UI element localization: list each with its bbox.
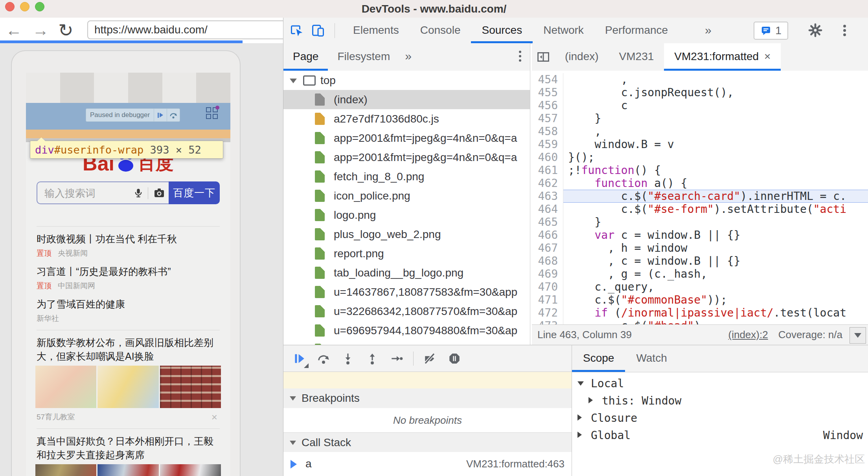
line-number[interactable]: 465: [532, 216, 563, 229]
line-number[interactable]: 460: [532, 151, 563, 164]
devtools-tab-performance[interactable]: Performance: [594, 18, 679, 43]
code-line[interactable]: 465 }: [532, 216, 868, 229]
news-title[interactable]: 习言道丨“历史是最好的教科书”: [37, 265, 220, 278]
editor-tab-vm231-formatted[interactable]: VM231:formatted×: [664, 43, 781, 71]
news-title[interactable]: 新版数学教材公布，画风跟旧版相比差别大，但家长却嘲讽是AI换脸: [37, 336, 220, 363]
statusbar-dropdown-button[interactable]: [850, 327, 866, 344]
breakpoints-section-header[interactable]: Breakpoints: [283, 388, 572, 408]
code-line[interactable]: 471 c.$("#commonBase"));: [532, 293, 868, 306]
line-number[interactable]: 463: [532, 190, 563, 203]
file-tree-item[interactable]: logo.png: [283, 205, 530, 225]
line-number[interactable]: 469: [532, 267, 563, 280]
step-over-button[interactable]: [313, 348, 334, 369]
file-tree-item[interactable]: a27e7df71036d80c.js: [283, 109, 530, 128]
code-editor[interactable]: 454 ,455 c.jsonpRequest(),456 c457 }458 …: [532, 71, 868, 327]
code-line[interactable]: 466 var c = window.B || {}: [532, 229, 868, 242]
news-image[interactable]: [97, 366, 158, 408]
scope-caret-icon[interactable]: [588, 397, 593, 403]
code-line[interactable]: 462 function a() {: [532, 177, 868, 190]
step-button[interactable]: [386, 348, 407, 369]
file-tree-item[interactable]: u=696957944,180794880&fm=30&ap: [283, 321, 530, 340]
baidu-apps-grid-icon[interactable]: [206, 107, 218, 119]
settings-gear-icon[interactable]: [808, 23, 823, 39]
search-input-box[interactable]: [37, 181, 169, 204]
editor-tab--index-[interactable]: (index): [555, 43, 609, 71]
tab-watch[interactable]: Watch: [625, 345, 678, 372]
news-image[interactable]: [35, 366, 96, 408]
navigator-toggle-icon[interactable]: [532, 43, 555, 71]
step-out-button[interactable]: [362, 348, 383, 369]
baidu-search-button[interactable]: 百度一下: [169, 181, 220, 204]
camera-search-icon[interactable]: [154, 188, 165, 200]
scope-row-global[interactable]: GlobalWindow: [572, 427, 868, 444]
back-icon[interactable]: ←: [6, 21, 22, 40]
file-tree-item[interactable]: u=322686342,180877570&fm=30&ap: [283, 302, 530, 321]
news-image[interactable]: [35, 464, 96, 476]
file-tree-item[interactable]: fetch_ing_8_0.png: [283, 167, 530, 186]
step-into-button[interactable]: [338, 348, 358, 369]
line-number[interactable]: 458: [532, 125, 563, 138]
console-messages-badge[interactable]: 1: [754, 22, 788, 40]
line-number[interactable]: 471: [532, 293, 563, 306]
news-image[interactable]: [160, 366, 221, 408]
news-title[interactable]: 为了雪域百姓的健康: [37, 297, 220, 311]
deactivate-breakpoints-button[interactable]: [420, 348, 440, 369]
expand-caret-icon[interactable]: [290, 79, 297, 83]
frame-location[interactable]: VM231:formatted:463: [466, 452, 565, 476]
search-input[interactable]: [44, 182, 124, 204]
news-title[interactable]: 时政微视频丨功在当代 利在千秋: [37, 232, 220, 246]
tab-page[interactable]: Page: [283, 43, 328, 71]
pane-divider[interactable]: [530, 43, 530, 345]
line-number[interactable]: 470: [532, 280, 563, 293]
line-number[interactable]: 461: [532, 164, 563, 177]
resume-script-button[interactable]: [289, 348, 309, 369]
voice-search-icon[interactable]: [133, 188, 143, 200]
code-line[interactable]: 470 c._query,: [532, 280, 868, 293]
line-number[interactable]: 455: [532, 86, 563, 99]
line-number[interactable]: 459: [532, 138, 563, 151]
file-tree-item[interactable]: u=14637867,180877583&fm=30&app: [283, 282, 530, 302]
code-line[interactable]: 468 , c = window.B || {}: [532, 254, 868, 267]
tab-filesystem[interactable]: Filesystem: [328, 43, 399, 71]
code-line[interactable]: 456 c: [532, 99, 868, 112]
file-tree-item[interactable]: u=: [283, 340, 530, 345]
news-image[interactable]: [97, 464, 158, 476]
line-number[interactable]: 467: [532, 242, 563, 254]
code-line[interactable]: 455 c.jsonpRequest(),: [532, 86, 868, 99]
code-line[interactable]: 469 , g = (c._hash,: [532, 267, 868, 280]
file-tree-item[interactable]: plus_logo_web_2.png: [283, 225, 530, 244]
reload-icon[interactable]: ↻: [58, 21, 74, 40]
line-number[interactable]: 468: [532, 254, 563, 267]
file-tree-item[interactable]: app=2001&fmt=jpeg&g=4n&n=0&q=a: [283, 148, 530, 167]
pause-on-exceptions-button[interactable]: [444, 348, 465, 369]
file-tree-item[interactable]: icon_police.png: [283, 186, 530, 205]
close-tab-icon[interactable]: ×: [764, 50, 771, 62]
code-line[interactable]: 463 c.$("#search-card").innerHTML = c.: [532, 190, 868, 203]
dismiss-news-icon[interactable]: ×: [211, 414, 217, 421]
editor-tab-vm231[interactable]: VM231: [609, 43, 664, 71]
code-line[interactable]: 454 ,: [532, 73, 868, 86]
forward-icon[interactable]: →: [32, 21, 49, 40]
line-number[interactable]: 457: [532, 112, 563, 125]
scope-row-closure[interactable]: Closure: [572, 410, 868, 427]
file-tree-item[interactable]: tab_loading__bg_logo.png: [283, 263, 530, 282]
scope-caret-icon[interactable]: [577, 414, 582, 421]
code-line[interactable]: 458 ,: [532, 125, 868, 138]
devtools-menu-kebab-icon[interactable]: [843, 23, 846, 38]
devtools-tab-elements[interactable]: Elements: [342, 18, 410, 43]
call-stack-section-header[interactable]: Call Stack: [283, 432, 572, 453]
inspect-element-icon[interactable]: [289, 23, 305, 38]
devtools-tab-network[interactable]: Network: [533, 18, 594, 43]
code-line[interactable]: 467 , h = window: [532, 242, 868, 254]
code-line[interactable]: 472 if (/inormal|ipassive|iact/.test(loc…: [532, 306, 868, 319]
news-title[interactable]: 真当中国好欺负？日本外相刚开口，王毅和拉夫罗夫直接起身离席: [37, 434, 220, 462]
file-tree-item[interactable]: app=2001&fmt=jpeg&g=4n&n=0&q=a: [283, 128, 530, 148]
toast-step-over-button[interactable]: [167, 109, 180, 121]
news-image[interactable]: [160, 464, 221, 476]
devtools-tab-console[interactable]: Console: [410, 18, 471, 43]
navigator-more-chevron[interactable]: »: [399, 43, 417, 71]
code-line[interactable]: 459 window.B = v: [532, 138, 868, 151]
file-tree-item[interactable]: report.png: [283, 244, 530, 263]
code-line[interactable]: 461;!function() {: [532, 164, 868, 177]
url-input[interactable]: [87, 20, 287, 39]
